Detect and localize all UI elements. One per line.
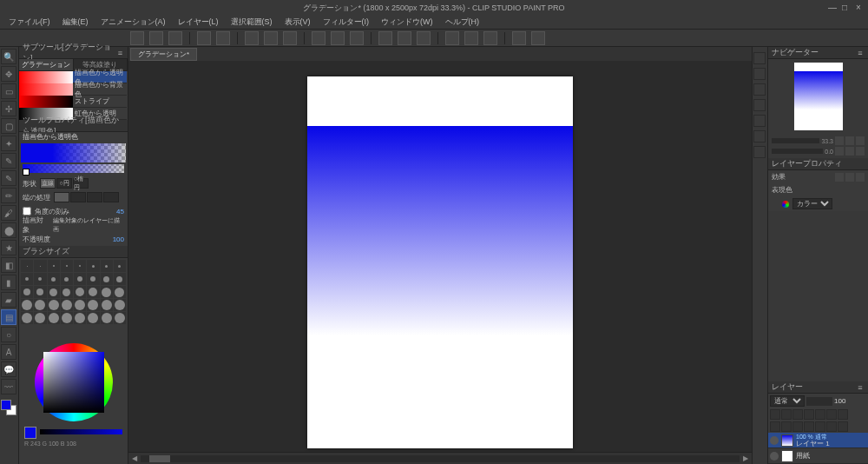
tool-blend[interactable]: ▮	[1, 275, 16, 290]
brushsize-cell[interactable]	[21, 286, 33, 298]
layers-menu-icon[interactable]: ≡	[856, 383, 865, 392]
brushsize-cell[interactable]	[34, 312, 46, 324]
document-tab[interactable]: グラデーション*	[130, 48, 197, 61]
toolbar-misc2-icon[interactable]	[531, 31, 545, 45]
scroll-left-icon[interactable]: ◀	[132, 454, 137, 462]
toolbar-copy-icon[interactable]	[264, 31, 278, 45]
dock-stub-icon[interactable]	[753, 68, 766, 80]
menu-file[interactable]: ファイル(F)	[3, 17, 56, 28]
brushsize-cell[interactable]	[87, 260, 99, 272]
brushsize-cell[interactable]	[114, 299, 126, 311]
menu-selection[interactable]: 選択範囲(S)	[226, 17, 278, 28]
expression-mode-select[interactable]: カラー	[792, 198, 832, 209]
preset-item-1[interactable]: 描画色から背景色	[73, 83, 127, 96]
layer-action-icon[interactable]	[838, 409, 848, 420]
brushsize-cell[interactable]	[74, 286, 86, 298]
brushsize-cell[interactable]	[48, 286, 60, 298]
menu-filter[interactable]: フィルター(I)	[318, 17, 375, 28]
subtool-tab-gradient[interactable]: グラデーション	[19, 59, 74, 70]
toolbar-cut-icon[interactable]	[245, 31, 259, 45]
dock-stub-icon[interactable]	[753, 83, 766, 96]
toolbar-snap3-icon[interactable]	[483, 31, 497, 45]
preset-preview-1[interactable]	[19, 83, 73, 96]
brushsize-cell[interactable]	[87, 299, 99, 311]
brushsize-cell[interactable]	[114, 312, 126, 324]
brushsize-cell[interactable]	[21, 260, 33, 272]
navigator-thumbnail[interactable]	[794, 63, 843, 130]
edge-opt-3[interactable]	[103, 192, 119, 202]
gradient-preview-bar[interactable]	[21, 143, 126, 162]
rotate-slider[interactable]	[772, 149, 823, 154]
toolbar-paste-icon[interactable]	[283, 31, 297, 45]
visibility-icon[interactable]	[770, 452, 779, 461]
shape-linear[interactable]: 直線	[40, 178, 56, 189]
tool-text[interactable]: A	[1, 344, 16, 360]
effect-btn[interactable]	[835, 173, 844, 182]
shape-ellipse[interactable]: ○楕円	[73, 178, 89, 189]
visibility-icon[interactable]	[770, 436, 779, 445]
rotate-right-button[interactable]	[845, 147, 854, 156]
toolbar-hand-icon[interactable]	[331, 31, 345, 45]
tool-move[interactable]: ✥	[1, 66, 16, 82]
edge-opt-1[interactable]	[70, 192, 86, 202]
effect-btn[interactable]	[845, 173, 854, 182]
layer-action-icon[interactable]	[815, 409, 825, 420]
layer-action-icon[interactable]	[770, 409, 780, 420]
effect-btn[interactable]	[856, 173, 865, 182]
canvas-area[interactable]	[128, 61, 752, 452]
tool-correct[interactable]: 〰	[1, 379, 16, 394]
tool-movelayer[interactable]: ✢	[1, 101, 16, 116]
edge-opt-0[interactable]	[54, 192, 69, 202]
layer-action-icon[interactable]	[838, 421, 848, 432]
color-chip[interactable]	[24, 427, 36, 439]
brushsize-cell[interactable]	[61, 299, 73, 311]
layer-action-icon[interactable]	[826, 421, 837, 432]
brushsize-cell[interactable]	[114, 273, 126, 285]
brushsize-cell[interactable]	[114, 260, 126, 272]
brushsize-cell[interactable]	[101, 299, 113, 311]
layer-action-icon[interactable]	[826, 409, 837, 420]
tool-fill[interactable]: ▰	[1, 292, 16, 308]
rotate-reset-button[interactable]	[856, 147, 865, 156]
toolbar-undo-icon[interactable]	[197, 31, 211, 45]
menu-animation[interactable]: アニメーション(A)	[95, 17, 171, 28]
tool-pencil[interactable]: ✏	[1, 188, 16, 203]
brushsize-cell[interactable]	[101, 286, 113, 298]
toolbar-save-icon[interactable]	[168, 31, 182, 45]
layer-action-icon[interactable]	[781, 421, 792, 432]
menu-layer[interactable]: レイヤー(L)	[173, 17, 224, 28]
brushsize-cell[interactable]	[48, 312, 60, 324]
brushsize-cell[interactable]	[61, 273, 73, 285]
layer-action-icon[interactable]	[804, 421, 814, 432]
dock-stub-icon[interactable]	[753, 146, 766, 158]
toolbar-ruler-icon[interactable]	[398, 31, 411, 45]
zoom-slider[interactable]	[772, 138, 819, 143]
brushsize-cell[interactable]	[87, 312, 99, 324]
gradient-stops-slider[interactable]	[23, 164, 124, 173]
color-swatch[interactable]	[1, 400, 16, 415]
brushsize-cell[interactable]	[114, 286, 126, 298]
brushsize-cell[interactable]	[34, 299, 46, 311]
toolbar-zoom-icon[interactable]	[312, 31, 326, 45]
tool-brush[interactable]: 🖌	[1, 205, 16, 221]
brushsize-cell[interactable]	[87, 286, 99, 298]
menu-window[interactable]: ウィンドウ(W)	[376, 17, 438, 28]
scroll-track[interactable]	[141, 455, 740, 462]
rotate-left-button[interactable]	[835, 147, 844, 156]
toolbar-grid-icon[interactable]	[417, 31, 431, 45]
hue-slider[interactable]	[40, 429, 122, 434]
edge-opt-2[interactable]	[87, 192, 102, 202]
brushsize-cell[interactable]	[21, 273, 33, 285]
tool-zoom[interactable]: 🔍	[1, 49, 16, 64]
maximize-button[interactable]: □	[842, 3, 851, 12]
toolbar-select-icon[interactable]	[378, 31, 392, 45]
foreground-color-swatch[interactable]	[1, 400, 11, 410]
brushsize-cell[interactable]	[34, 260, 46, 272]
brushsize-cell[interactable]	[101, 273, 113, 285]
menu-help[interactable]: ヘルプ(H)	[440, 17, 485, 28]
brushsize-cell[interactable]	[101, 260, 113, 272]
toolbar-redo-icon[interactable]	[216, 31, 230, 45]
brushsize-cell[interactable]	[101, 312, 113, 324]
close-button[interactable]: ×	[856, 3, 865, 12]
layer-action-icon[interactable]	[804, 409, 814, 420]
